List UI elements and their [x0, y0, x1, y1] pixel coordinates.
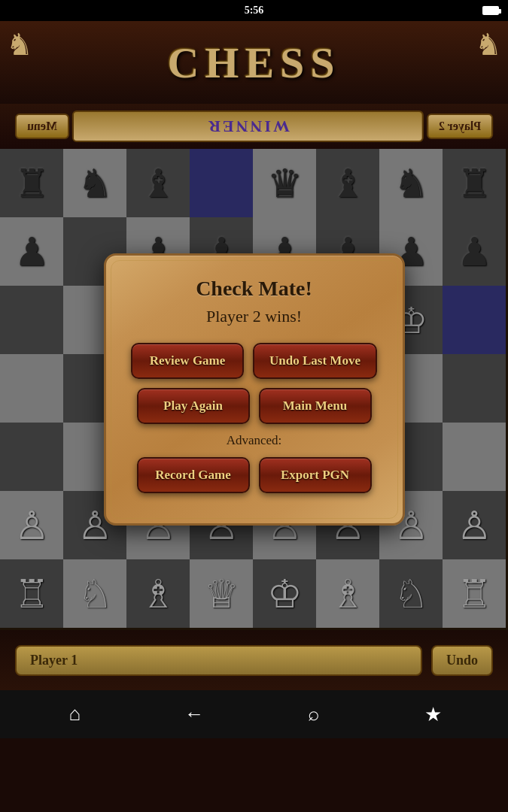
advanced-label: Advanced: — [124, 433, 385, 448]
horse-right-icon: ♞ — [475, 27, 502, 62]
main-menu-button[interactable]: Main Menu — [259, 388, 372, 424]
modal-subtitle: Player 2 wins! — [124, 307, 385, 326]
export-pgn-button[interactable]: Export PGN — [259, 457, 372, 493]
status-time: 5:56 — [245, 5, 264, 17]
record-game-button[interactable]: Record Game — [137, 457, 250, 493]
player-bar: Player 1 Undo — [0, 630, 508, 690]
modal-overlay: Check Mate! Player 2 wins! Review Game U… — [0, 149, 508, 630]
back-icon: ← — [184, 703, 204, 726]
search-icon: ⌕ — [308, 703, 320, 726]
modal-row-2: Play Again Main Menu — [124, 388, 385, 424]
modal-title: Check Mate! — [124, 277, 385, 301]
home-icon: ⌂ — [69, 703, 81, 726]
search-nav-button[interactable]: ⌕ — [297, 698, 330, 731]
status-bar: 5:56 — [0, 0, 508, 21]
player2-tag: Player 2 — [427, 114, 493, 139]
modal-row-1: Review Game Undo Last Move — [124, 343, 385, 379]
favorite-nav-button[interactable]: ★ — [417, 698, 450, 731]
banner-area: Menu WINNER Player 2 — [0, 104, 508, 149]
home-nav-button[interactable]: ⌂ — [58, 698, 91, 731]
battery-icon — [482, 6, 499, 15]
review-game-button[interactable]: Review Game — [131, 343, 244, 379]
bottom-nav: ⌂ ← ⌕ ★ — [0, 690, 508, 738]
undo-button[interactable]: Undo — [431, 645, 493, 676]
horse-left-icon: ♞ — [6, 27, 33, 62]
winner-banner: WINNER — [72, 111, 424, 142]
menu-tag[interactable]: Menu — [15, 114, 69, 139]
board-container: ♜ ♞ ♝ ♛ ♝ ♞ ♜ ♟ ♟ ♟ ♟ ♟ ♟ ♟ ♔ — [0, 149, 508, 630]
app-title: CHESS — [167, 38, 340, 88]
modal-row-3: Record Game Export PGN — [124, 457, 385, 493]
undo-last-move-button[interactable]: Undo Last Move — [253, 343, 377, 379]
back-nav-button[interactable]: ← — [178, 698, 211, 731]
player1-name: Player 1 — [15, 645, 422, 676]
play-again-button[interactable]: Play Again — [137, 388, 250, 424]
favorite-icon: ★ — [424, 703, 442, 726]
header: ♞ CHESS ♞ — [0, 21, 508, 104]
game-over-modal: Check Mate! Player 2 wins! Review Game U… — [104, 253, 405, 526]
